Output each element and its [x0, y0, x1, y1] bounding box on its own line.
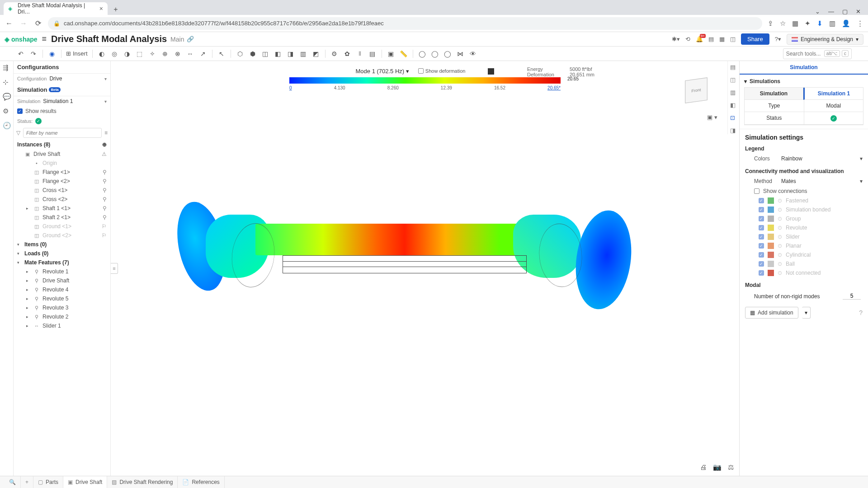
- panel-icon[interactable]: ◨: [730, 127, 737, 134]
- mate-icon[interactable]: ⚐: [102, 232, 107, 239]
- tick-label[interactable]: 0: [289, 85, 292, 90]
- eye-icon[interactable]: 👁: [468, 49, 477, 58]
- tool-icon[interactable]: ◑: [123, 49, 132, 58]
- bug-icon[interactable]: ✱▾: [672, 36, 680, 42]
- tool-icon[interactable]: ◧: [274, 49, 283, 58]
- rendering-tab[interactable]: ▨Drive Shaft Rendering: [107, 476, 178, 488]
- mate-icon[interactable]: ⚲: [103, 196, 107, 202]
- tool-icon[interactable]: ⊗: [173, 49, 182, 58]
- connection-type-row[interactable]: ✓⊙Fastened: [745, 196, 863, 205]
- search-tabs-icon[interactable]: 🔍: [5, 476, 21, 488]
- add-icon[interactable]: ⊹: [3, 78, 11, 86]
- mode-selector[interactable]: Mode 1 (702.5 Hz) ▾: [356, 68, 409, 75]
- undo-icon[interactable]: ↶: [16, 49, 25, 58]
- filter-input[interactable]: [23, 128, 102, 138]
- color-swatch[interactable]: [488, 68, 494, 75]
- view-cube[interactable]: Front ▣ ▾: [676, 70, 717, 111]
- search-tools-input[interactable]: [786, 51, 822, 57]
- connection-type-row[interactable]: ✓⊙Slider: [745, 232, 863, 241]
- share-button[interactable]: Share: [741, 33, 769, 45]
- references-tab[interactable]: 📄References: [178, 476, 224, 488]
- team-badge[interactable]: Engineering & Design ▾: [787, 34, 863, 45]
- onshape-logo[interactable]: ◈ onshape: [5, 36, 38, 43]
- tool-icon[interactable]: ↗: [198, 49, 208, 58]
- mate-icon[interactable]: ⚐: [102, 223, 107, 230]
- sketch-icon[interactable]: ◉: [47, 49, 57, 58]
- show-results-checkbox[interactable]: ✓: [17, 108, 23, 114]
- tick-label[interactable]: 20.65*: [547, 85, 561, 90]
- chat-icon[interactable]: 💬: [3, 93, 11, 101]
- panel-icon[interactable]: ▤: [730, 64, 737, 71]
- url-field[interactable]: 🔒 cad.onshape.com/documents/43b281b6e818…: [48, 17, 762, 30]
- simulation-select-row[interactable]: Simulation Simulation 1 ▾: [14, 96, 110, 106]
- add-simulation-button[interactable]: ▦ Add simulation: [745, 307, 798, 319]
- spring-icon[interactable]: ⫴: [355, 49, 364, 58]
- conn-checkbox[interactable]: ✓: [759, 270, 764, 276]
- chevron-down-icon[interactable]: ▾: [714, 114, 717, 121]
- forward-icon[interactable]: →: [19, 19, 28, 28]
- tool-icon[interactable]: ⬚: [135, 49, 144, 58]
- tool-icon[interactable]: ⬡: [236, 49, 245, 58]
- simulation-panel-icon[interactable]: ⊡: [730, 114, 737, 122]
- instances-header[interactable]: Instances (8) ⊕: [14, 140, 110, 150]
- hamburger-menu-icon[interactable]: ≡: [42, 34, 47, 44]
- close-window-icon[interactable]: ✕: [856, 8, 861, 15]
- conn-checkbox[interactable]: ✓: [759, 225, 764, 230]
- tool-icon[interactable]: ◯: [418, 49, 427, 58]
- tool-icon[interactable]: ◯: [443, 49, 452, 58]
- help-icon[interactable]: ?▾: [775, 36, 781, 42]
- insert-button[interactable]: ⊞ Insert: [66, 50, 88, 57]
- tree-section-header[interactable]: ▾Items (0): [14, 240, 110, 249]
- branch-label[interactable]: Main: [170, 36, 184, 43]
- bookmark-icon[interactable]: ☆: [780, 19, 786, 28]
- tool-icon[interactable]: ⬢: [248, 49, 257, 58]
- show-connections-row[interactable]: Show connections: [745, 186, 863, 196]
- box-icon[interactable]: ▣: [707, 114, 712, 121]
- tool-icon[interactable]: ▣: [387, 49, 396, 58]
- add-tab-button[interactable]: +: [21, 476, 33, 488]
- mate-row[interactable]: ▸⚲Revolute 4: [14, 285, 110, 294]
- tool-icon[interactable]: ✧: [148, 49, 157, 58]
- conn-checkbox[interactable]: ✓: [759, 234, 764, 239]
- graphics-canvas[interactable]: Mode 1 (702.5 Hz) ▾ Show deformation 20.…: [111, 61, 739, 476]
- mate-row[interactable]: ▸⚲Revolute 5: [14, 294, 110, 303]
- maximize-icon[interactable]: ▢: [842, 8, 848, 15]
- show-connections-checkbox[interactable]: [754, 188, 760, 194]
- notifications-icon[interactable]: 🔔9+: [696, 36, 703, 42]
- tool-icon[interactable]: ◎: [110, 49, 119, 58]
- puzzle-icon[interactable]: ✦: [805, 19, 811, 28]
- reload-icon[interactable]: ⟳: [33, 19, 42, 28]
- document-title[interactable]: Drive Shaft Modal Analysis: [51, 34, 167, 44]
- profile-avatar-icon[interactable]: 👤: [842, 19, 850, 28]
- show-deformation-checkbox[interactable]: Show deformation: [418, 68, 466, 74]
- mate-icon[interactable]: ⚲: [103, 169, 107, 175]
- tree-row[interactable]: ◫Flange <2>⚲: [14, 177, 110, 186]
- simulations-header[interactable]: ▾Simulations: [744, 78, 863, 84]
- conn-checkbox[interactable]: ✓: [759, 252, 764, 258]
- measure-icon[interactable]: 📏: [399, 49, 408, 58]
- cube-face[interactable]: Front: [685, 77, 708, 103]
- connection-type-row[interactable]: ✓⊙Revolute: [745, 223, 863, 232]
- mate-icon[interactable]: ⚲: [103, 178, 107, 184]
- parts-tab[interactable]: ▢Parts: [33, 476, 63, 488]
- kebab-menu-icon[interactable]: ⋮: [857, 19, 863, 28]
- tool-icon[interactable]: ⋈: [456, 49, 465, 58]
- tree-row[interactable]: •Origin: [14, 159, 110, 168]
- gear-icon[interactable]: ⚙: [330, 49, 339, 58]
- assembly-tab[interactable]: ▣Drive Shaft: [63, 476, 107, 488]
- mate-row[interactable]: ▸⚲Revolute 2: [14, 312, 110, 321]
- download-icon[interactable]: ⬇: [817, 19, 823, 28]
- panel-icon[interactable]: ◧: [730, 102, 737, 109]
- colors-select-row[interactable]: Colors Rainbow ▾: [745, 154, 863, 164]
- show-results-row[interactable]: ✓ Show results: [14, 106, 110, 116]
- mate-row[interactable]: ▸⚲Revolute 3: [14, 303, 110, 312]
- minimize-icon[interactable]: —: [828, 8, 834, 15]
- print-icon[interactable]: 🖨: [700, 463, 707, 471]
- tree-row[interactable]: ◫Flange <1>⚲: [14, 168, 110, 177]
- mate-row[interactable]: ▸⚲Revolute 1: [14, 267, 110, 276]
- new-tab-button[interactable]: +: [110, 4, 121, 15]
- panel-icon[interactable]: ▥: [730, 89, 737, 96]
- camera-icon[interactable]: 📷: [713, 463, 722, 471]
- tool-icon[interactable]: ⊕: [160, 49, 170, 58]
- filter-icon[interactable]: ▽: [16, 130, 20, 136]
